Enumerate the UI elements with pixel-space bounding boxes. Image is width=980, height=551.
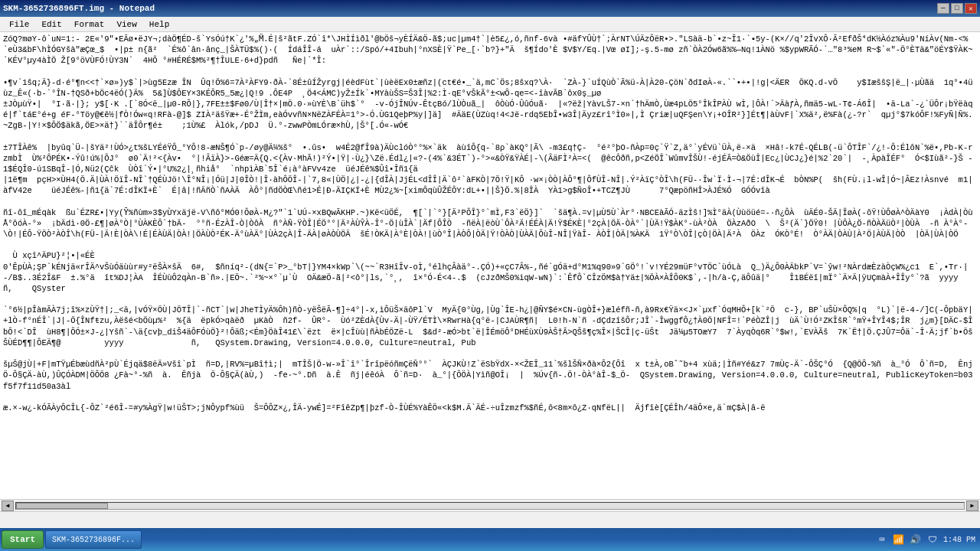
start-button[interactable]: Start <box>2 530 44 549</box>
text-content-area[interactable]: ZóQ?møY-ô`uN=1:- 2E«'9"•EÃø•ëJY¬;dàÖ¶ÉD-… <box>0 32 980 499</box>
menu-format[interactable]: Format <box>68 18 111 31</box>
active-window-button[interactable]: SKM-3652736896F... <box>45 530 142 549</box>
close-button[interactable]: ✕ <box>965 3 977 14</box>
minimize-button[interactable]: ─ <box>937 3 949 14</box>
menu-file[interactable]: File <box>3 18 35 31</box>
title-bar: SKM-3652736896FT.img - Notepad ─ □ ✕ <box>0 0 980 17</box>
title-buttons: ─ □ ✕ <box>937 3 977 14</box>
system-clock: 1:48 PM <box>943 536 975 544</box>
menu-view[interactable]: View <box>110 18 142 31</box>
menu-help[interactable]: Help <box>143 18 175 31</box>
scroll-right-button[interactable]: ▶ <box>966 500 978 511</box>
network-icon: 📶 <box>893 533 905 546</box>
keyboard-icon: ⌨ <box>876 533 888 546</box>
maximize-button[interactable]: □ <box>951 3 963 14</box>
taskbar-right: ⌨ 📶 🔊 🛡 1:48 PM <box>876 533 978 546</box>
scroll-thumb[interactable] <box>16 503 108 509</box>
volume-icon: 🔊 <box>910 533 922 546</box>
scroll-track[interactable] <box>15 502 965 510</box>
security-icon: 🛡 <box>926 533 939 546</box>
horizontal-scrollbar[interactable]: ◀ ▶ <box>0 499 980 511</box>
menu-edit[interactable]: Edit <box>35 18 67 31</box>
title-text: SKM-3652736896FT.img - Notepad <box>3 4 155 13</box>
menu-bar: File Edit Format View Help <box>0 17 980 32</box>
taskbar: Start SKM-3652736896F... ⌨ 📶 🔊 🛡 1:48 PM <box>0 528 980 551</box>
scroll-left-button[interactable]: ◀ <box>2 500 14 511</box>
status-bar <box>0 511 980 528</box>
